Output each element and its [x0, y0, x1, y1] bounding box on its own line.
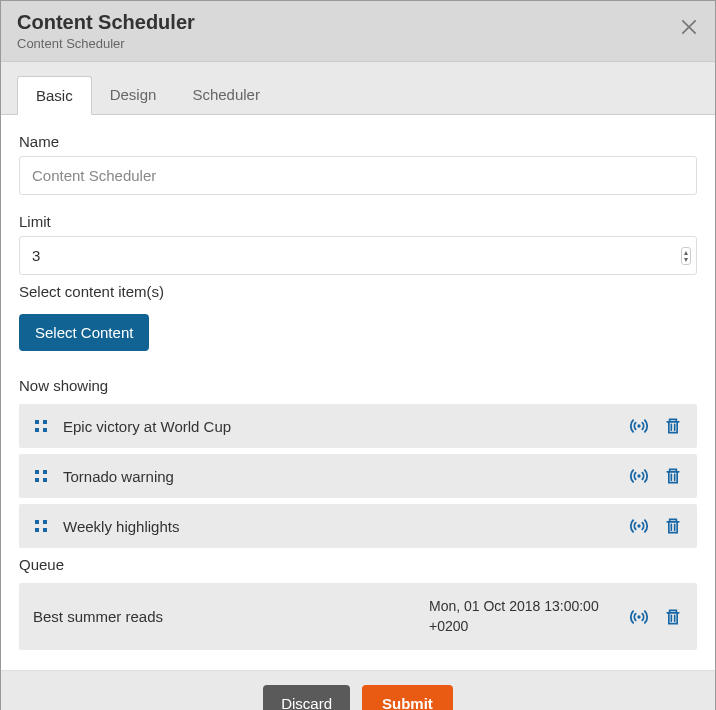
close-icon	[679, 17, 699, 37]
svg-rect-10	[35, 520, 39, 524]
tab-strip-background: Basic Design Scheduler Name Limit ▴ ▾ Se…	[1, 62, 715, 670]
svg-rect-3	[43, 428, 47, 432]
svg-rect-5	[35, 470, 39, 474]
content-scheduler-dialog: Content Scheduler Content Scheduler Basi…	[0, 0, 716, 710]
delete-button[interactable]	[663, 416, 683, 436]
dialog-title: Content Scheduler	[17, 11, 699, 34]
item-title: Weekly highlights	[63, 518, 629, 535]
close-button[interactable]	[679, 17, 703, 41]
svg-point-14	[637, 524, 640, 527]
svg-rect-7	[35, 478, 39, 482]
broadcast-button[interactable]	[629, 466, 649, 486]
item-title: Epic victory at World Cup	[63, 418, 629, 435]
broadcast-icon	[629, 516, 649, 536]
limit-input[interactable]	[19, 236, 697, 275]
queue-item: Best summer reads Mon, 01 Oct 2018 13:00…	[19, 583, 697, 650]
queue-item-title: Best summer reads	[33, 608, 429, 625]
drag-handle-icon	[33, 518, 49, 534]
item-actions	[629, 466, 683, 486]
delete-button[interactable]	[663, 516, 683, 536]
item-actions	[629, 416, 683, 436]
name-label: Name	[19, 133, 697, 150]
limit-spinner: ▴ ▾	[681, 247, 691, 265]
submit-button[interactable]: Submit	[362, 685, 453, 710]
limit-label: Limit	[19, 213, 697, 230]
dialog-header: Content Scheduler Content Scheduler	[1, 1, 715, 62]
drag-handle[interactable]	[33, 468, 49, 484]
discard-button[interactable]: Discard	[263, 685, 350, 710]
svg-rect-1	[43, 420, 47, 424]
delete-button[interactable]	[663, 466, 683, 486]
drag-handle-icon	[33, 468, 49, 484]
svg-rect-0	[35, 420, 39, 424]
limit-input-wrap: ▴ ▾	[19, 236, 697, 275]
trash-icon	[663, 466, 683, 486]
item-title: Tornado warning	[63, 468, 629, 485]
item-actions	[629, 607, 683, 627]
svg-rect-2	[35, 428, 39, 432]
now-showing-label: Now showing	[19, 377, 697, 394]
broadcast-icon	[629, 416, 649, 436]
tab-design[interactable]: Design	[92, 76, 175, 114]
broadcast-button[interactable]	[629, 607, 649, 627]
list-item: Weekly highlights	[19, 504, 697, 548]
dialog-footer: Discard Submit	[1, 670, 715, 710]
dialog-subtitle: Content Scheduler	[17, 36, 699, 51]
select-content-button[interactable]: Select Content	[19, 314, 149, 351]
tab-scheduler[interactable]: Scheduler	[174, 76, 278, 114]
list-item: Epic victory at World Cup	[19, 404, 697, 448]
svg-rect-12	[35, 528, 39, 532]
name-input[interactable]	[19, 156, 697, 195]
broadcast-icon	[629, 607, 649, 627]
trash-icon	[663, 416, 683, 436]
tab-strip: Basic Design Scheduler	[1, 62, 715, 114]
svg-point-4	[637, 424, 640, 427]
delete-button[interactable]	[663, 607, 683, 627]
queue-label: Queue	[19, 556, 697, 573]
spinner-down-icon[interactable]: ▾	[683, 256, 689, 263]
list-item: Tornado warning	[19, 454, 697, 498]
item-actions	[629, 516, 683, 536]
svg-rect-11	[43, 520, 47, 524]
queue-item-date: Mon, 01 Oct 2018 13:00:00 +0200	[429, 597, 619, 636]
tab-content: Name Limit ▴ ▾ Select content item(s) Se…	[1, 114, 715, 670]
broadcast-icon	[629, 466, 649, 486]
tab-basic[interactable]: Basic	[17, 76, 92, 115]
trash-icon	[663, 516, 683, 536]
drag-handle[interactable]	[33, 418, 49, 434]
svg-rect-6	[43, 470, 47, 474]
trash-icon	[663, 607, 683, 627]
drag-handle-icon	[33, 418, 49, 434]
svg-rect-13	[43, 528, 47, 532]
broadcast-button[interactable]	[629, 516, 649, 536]
svg-point-15	[637, 615, 640, 618]
broadcast-button[interactable]	[629, 416, 649, 436]
svg-rect-8	[43, 478, 47, 482]
drag-handle[interactable]	[33, 518, 49, 534]
svg-point-9	[637, 474, 640, 477]
select-content-label: Select content item(s)	[19, 283, 697, 300]
